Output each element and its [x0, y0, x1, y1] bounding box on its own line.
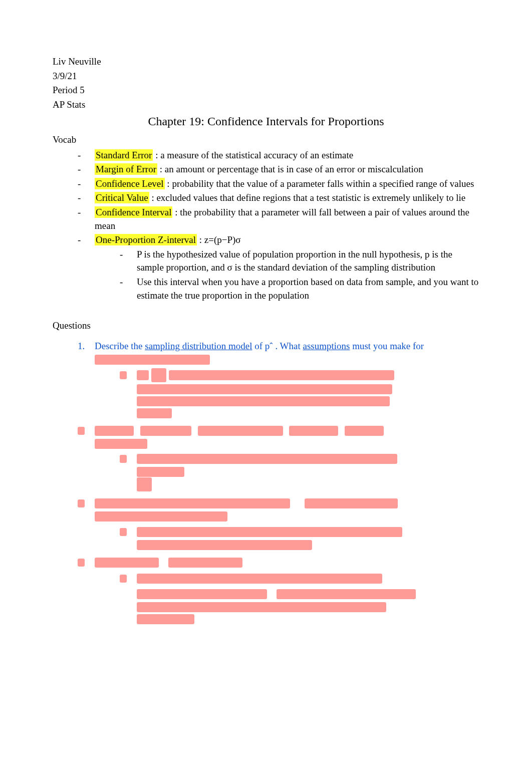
vocab-definition: excluded values that define regions that… — [156, 192, 465, 203]
question-number — [78, 423, 85, 437]
question-number — [78, 496, 85, 510]
question-item — [78, 496, 479, 550]
question-item: 1. Describe the sampling distribution mo… — [78, 340, 479, 418]
vocab-item: One-Proportion Z-interval : z=(p−P)σ P i… — [78, 233, 479, 302]
redacted-formula — [151, 368, 166, 382]
questions-heading: Questions — [53, 319, 479, 333]
redacted-text — [169, 370, 394, 380]
redacted-text — [137, 614, 194, 624]
vocab-sub-item: Use this interval when you have a propor… — [120, 276, 479, 302]
vocab-item: Confidence Interval : the probability th… — [78, 206, 479, 232]
redacted-text — [95, 558, 159, 568]
redacted-text — [95, 498, 290, 508]
redacted-text — [137, 467, 184, 477]
questions-list: 1. Describe the sampling distribution mo… — [53, 340, 479, 624]
redacted-marker — [120, 575, 127, 583]
answer-list — [95, 368, 479, 418]
redacted-text — [137, 454, 397, 464]
redacted-marker — [120, 371, 127, 379]
redacted-text — [137, 540, 312, 550]
answer-item — [120, 525, 479, 550]
redacted-row — [137, 587, 479, 600]
vocab-term: Confidence Level — [95, 178, 165, 189]
redacted-marker — [120, 455, 127, 463]
vocab-sep: : — [157, 164, 165, 174]
question-number — [78, 555, 85, 569]
redacted-text — [305, 498, 398, 508]
redacted-text — [168, 558, 242, 568]
answer-item — [120, 368, 479, 418]
vocab-definition: probability that the value of a paramete… — [172, 178, 474, 189]
redacted-text — [345, 426, 384, 436]
document-date: 3/9/21 — [53, 70, 479, 83]
redacted-text — [137, 384, 392, 394]
vocab-definition: an amount or percentage that is in case … — [165, 164, 423, 174]
redacted-text — [137, 408, 172, 418]
question-item — [78, 555, 479, 624]
vocab-sep: : — [165, 178, 172, 189]
vocab-heading: Vocab — [53, 133, 479, 147]
vocab-item: Margin of Error : an amount or percentag… — [78, 163, 479, 176]
vocab-sep: : — [153, 150, 160, 160]
redacted-text — [137, 370, 149, 380]
redacted-text — [198, 426, 283, 436]
chapter-title: Chapter 19: Confidence Intervals for Pro… — [53, 113, 479, 130]
vocab-item: Critical Value : excluded values that de… — [78, 191, 479, 205]
student-name: Liv Neuville — [53, 55, 479, 69]
redacted-text — [95, 355, 210, 365]
vocab-term: Critical Value — [95, 192, 149, 203]
question-item — [78, 423, 479, 491]
vocab-sub-list: P is the hypothesized value of populatio… — [95, 248, 479, 302]
redacted-text — [140, 426, 191, 436]
vocab-term: One-Proportion Z-interval — [95, 234, 197, 245]
vocab-sep: : — [197, 234, 204, 245]
vocab-list: Standard Error : a measure of the statis… — [53, 149, 479, 303]
vocab-term: Standard Error — [95, 149, 153, 161]
question-prompt: Describe the sampling distribution model… — [95, 341, 424, 351]
redacted-text — [137, 602, 386, 612]
answer-list — [95, 452, 479, 491]
vocab-item: Standard Error : a measure of the statis… — [78, 149, 479, 162]
redacted-formula — [137, 477, 152, 491]
class-period: Period 5 — [53, 84, 479, 97]
redacted-marker — [120, 528, 127, 536]
redacted-text — [289, 426, 338, 436]
answer-list — [95, 525, 479, 550]
vocab-term: Margin of Error — [95, 163, 157, 175]
vocab-sep: : — [172, 207, 180, 217]
answer-item — [120, 572, 479, 624]
vocab-definition: z=(p−P)σ — [204, 234, 241, 245]
redacted-text — [95, 511, 227, 522]
vocab-sub-item: P is the hypothesized value of populatio… — [120, 248, 479, 275]
vocab-term: Confidence Interval — [95, 206, 172, 218]
redacted-text — [137, 527, 402, 537]
redacted-text — [95, 439, 147, 449]
vocab-sep: : — [149, 192, 157, 203]
vocab-definition: a measure of the statistical accuracy of… — [160, 150, 353, 160]
vocab-item: Confidence Level : probability that the … — [78, 177, 479, 191]
redacted-text — [277, 589, 416, 599]
redacted-text — [137, 396, 390, 406]
answer-list — [95, 572, 479, 624]
redacted-text — [95, 426, 134, 436]
answer-item — [120, 452, 479, 491]
course-name: AP Stats — [53, 98, 479, 112]
redacted-text — [137, 574, 382, 584]
redacted-text — [137, 589, 267, 599]
question-number: 1. — [78, 340, 85, 353]
